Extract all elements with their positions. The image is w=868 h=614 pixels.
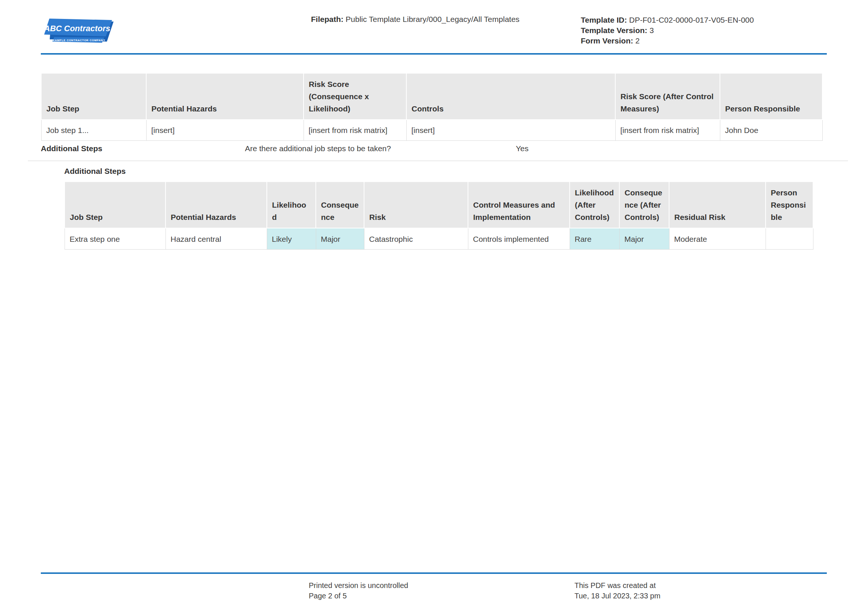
pdf-page: ABC Contractors EXAMPLE CONTRACTOR COMPA… — [0, 0, 868, 614]
additional-steps-label: Additional Steps — [41, 144, 102, 153]
section-divider-line — [28, 160, 848, 161]
cell-add-likelihood-after: Rare — [570, 228, 619, 250]
form-version-row: Form Version: 2 — [581, 36, 754, 46]
document-meta: Template ID: DP-F01-C02-0000-017-V05-EN-… — [581, 15, 754, 46]
company-logo: ABC Contractors EXAMPLE CONTRACTOR COMPA… — [40, 17, 114, 45]
filepath: Filepath: Public Template Library/000_Le… — [311, 15, 519, 24]
col-add-residual-risk: Residual Risk — [669, 182, 766, 228]
additional-steps-section-title: Additional Steps — [64, 167, 126, 176]
footer-created-timestamp: Tue, 18 Jul 2023, 2:33 pm — [575, 591, 660, 601]
logo-subtitle: EXAMPLE CONTRACTOR COMPANY — [51, 39, 105, 42]
template-version-row: Template Version: 3 — [581, 25, 754, 36]
col-controls: Controls — [406, 73, 615, 120]
cell-risk-score: [insert from risk matrix] — [304, 120, 406, 141]
cell-person-responsible: John Doe — [720, 120, 822, 141]
additional-steps-table: Job Step Potential Hazards Likelihood Co… — [64, 181, 814, 250]
cell-add-control-measures: Controls implemented — [468, 228, 570, 250]
template-id-label: Template ID: — [581, 16, 627, 24]
filepath-label: Filepath: — [311, 15, 344, 23]
footer-divider-line — [41, 572, 827, 574]
col-job-step: Job Step — [41, 73, 146, 120]
col-add-likelihood: Likelihood — [267, 182, 316, 228]
cell-job-step: Job step 1... — [41, 120, 146, 141]
template-version-value: 3 — [649, 26, 654, 34]
company-logo-graphic: ABC Contractors EXAMPLE CONTRACTOR COMPA… — [40, 17, 114, 45]
additional-steps-question: Are there additional job steps to be tak… — [245, 144, 391, 153]
template-id-row: Template ID: DP-F01-C02-0000-017-V05-EN-… — [581, 15, 754, 25]
header-divider-line — [41, 53, 827, 54]
col-person-responsible: Person Responsible — [720, 73, 822, 120]
cell-potential-hazards: [insert] — [146, 120, 304, 141]
col-add-job-step: Job Step — [65, 182, 166, 228]
risk-table-row: Job step 1... [insert] [insert from risk… — [41, 120, 822, 141]
template-id-value: DP-F01-C02-0000-017-V05-EN-000 — [629, 16, 754, 24]
cell-controls: [insert] — [406, 120, 615, 141]
col-potential-hazards: Potential Hazards — [146, 73, 304, 120]
form-version-label: Form Version: — [581, 36, 633, 45]
template-version-label: Template Version: — [581, 26, 647, 34]
cell-add-person-responsible — [766, 228, 813, 250]
risk-table-header-row: Job Step Potential Hazards Risk Score (C… — [41, 73, 822, 120]
cell-add-likelihood: Likely — [267, 228, 316, 250]
cell-add-job-step: Extra step one — [65, 228, 166, 250]
cell-add-potential-hazards: Hazard central — [166, 228, 267, 250]
col-add-risk: Risk — [364, 182, 468, 228]
additional-table-row: Extra step one Hazard central Likely Maj… — [65, 228, 813, 250]
risk-assessment-table: Job Step Potential Hazards Risk Score (C… — [41, 73, 823, 141]
footer-created-label: This PDF was created at — [575, 580, 660, 591]
col-add-consequence-after: Consequence (After Controls) — [619, 182, 669, 228]
additional-steps-answer: Yes — [516, 144, 529, 153]
col-risk-score-after: Risk Score (After Control Measures) — [615, 73, 720, 120]
filepath-value: Public Template Library/000_Legacy/All T… — [346, 15, 519, 23]
form-version-value: 2 — [636, 36, 640, 45]
col-risk-score: Risk Score (Consequence x Likelihood) — [304, 73, 406, 120]
col-add-consequence: Consequence — [316, 182, 364, 228]
cell-risk-score-after: [insert from risk matrix] — [615, 120, 720, 141]
cell-add-consequence-after: Major — [619, 228, 669, 250]
footer-uncontrolled-note: Printed version is uncontrolled — [309, 580, 408, 591]
additional-table-header-row: Job Step Potential Hazards Likelihood Co… — [65, 182, 813, 228]
col-add-likelihood-after: Likelihood (After Controls) — [570, 182, 619, 228]
footer-page-number: Page 2 of 5 — [309, 591, 408, 601]
col-add-person-responsible: Person Responsible — [766, 182, 813, 228]
cell-add-risk: Catastrophic — [364, 228, 468, 250]
col-add-potential-hazards: Potential Hazards — [166, 182, 267, 228]
cell-add-residual-risk: Moderate — [669, 228, 766, 250]
footer-right: This PDF was created at Tue, 18 Jul 2023… — [575, 580, 660, 601]
cell-add-consequence: Major — [316, 228, 364, 250]
logo-title: ABC Contractors — [44, 24, 110, 33]
footer-left: Printed version is uncontrolled Page 2 o… — [309, 580, 408, 601]
col-add-control-measures: Control Measures and Implementation — [468, 182, 570, 228]
